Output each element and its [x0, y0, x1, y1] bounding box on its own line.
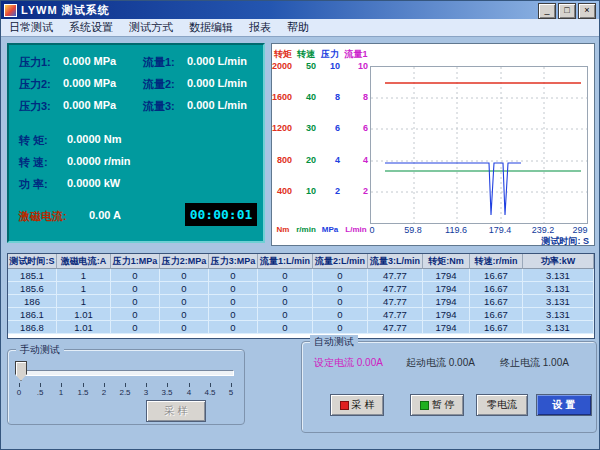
cell: 3.131: [523, 269, 594, 282]
auto-sample-button-label: 采 样: [352, 398, 375, 412]
red-indicator-icon: [340, 401, 349, 410]
table-row[interactable]: 186.11.010000047.77179416.673.131: [8, 308, 594, 321]
col-header-p2[interactable]: 压力2:MPa: [160, 254, 209, 269]
axis-tick: 40: [306, 92, 316, 102]
menu-help[interactable]: 帮助: [279, 19, 317, 36]
cell: 3.131: [523, 282, 594, 295]
flow3-value: 0.000 L/min: [187, 99, 247, 111]
x-tick: 239.2: [532, 225, 555, 235]
auto-sample-button[interactable]: 采 样: [330, 394, 384, 416]
cell: 0: [111, 282, 160, 295]
title-bar[interactable]: LYWM 测试系统 _ □ ×: [1, 1, 599, 19]
torque-axis: 转矩 2000 1600 1200 800 400 Nm: [272, 44, 294, 245]
col-header-excitation[interactable]: 激磁电流:A: [57, 254, 111, 269]
cell: 0: [258, 295, 313, 308]
slider-tick: [146, 383, 147, 387]
cell: 1: [57, 282, 111, 295]
cell: 1.01: [57, 308, 111, 321]
manual-sample-button[interactable]: 采 样: [146, 400, 206, 422]
pressure-axis-unit: MPa: [318, 225, 342, 234]
slider-tick: [104, 383, 105, 387]
menu-daily-test[interactable]: 日常测试: [1, 19, 61, 36]
zero-current-button[interactable]: 零电流: [476, 394, 528, 416]
excitation-current-label: 激磁电流:: [19, 209, 67, 224]
slider-tick: [189, 383, 190, 387]
table-row[interactable]: 185.610000047.77179416.673.131: [8, 282, 594, 295]
slider-tick: [40, 383, 41, 387]
pressure-axis: 压力 10 8 6 4 2 MPa: [318, 44, 342, 245]
axis-tick: 1600: [272, 92, 292, 102]
cell: 0: [313, 282, 368, 295]
col-header-time[interactable]: 测试时间:S: [8, 254, 57, 269]
chart-panel: 转矩 2000 1600 1200 800 400 Nm 转速 50 40 30…: [271, 43, 595, 246]
manual-sample-button-label: 采 样: [165, 404, 188, 418]
col-header-p1[interactable]: 压力1:MPa: [111, 254, 160, 269]
cell: 186.8: [8, 321, 57, 334]
slider-label: 2.5: [119, 388, 130, 397]
torque-label: 转 矩:: [19, 133, 48, 148]
slider-label: 4.5: [204, 388, 215, 397]
menu-data-edit[interactable]: 数据编辑: [181, 19, 241, 36]
axis-tick: 8: [335, 92, 340, 102]
axis-tick: 8: [363, 92, 368, 102]
col-header-torque[interactable]: 转矩:Nm: [423, 254, 470, 269]
torque-axis-unit: Nm: [272, 225, 294, 234]
speed-axis: 转速 50 40 30 20 10 r/min: [294, 44, 318, 245]
flow1-value: 0.000 L/min: [187, 55, 247, 67]
zero-current-button-label: 零电流: [487, 398, 517, 412]
maximize-icon[interactable]: □: [558, 3, 576, 19]
x-tick: 299: [572, 225, 587, 235]
menu-system-settings[interactable]: 系统设置: [61, 19, 121, 36]
x-tick: 119.6: [445, 225, 467, 235]
menu-test-mode[interactable]: 测试方式: [121, 19, 181, 36]
cell: 16.67: [470, 308, 523, 321]
cell: 1794: [423, 321, 470, 334]
end-current-label: 终止电流: [500, 357, 540, 368]
pressure3-value: 0.000 MPa: [63, 99, 116, 111]
cell: 186: [8, 295, 57, 308]
axis-tick: 10: [330, 61, 340, 71]
speed-value: 0.0000 r/min: [67, 155, 131, 167]
col-header-speed[interactable]: 转速:r/min: [470, 254, 523, 269]
cell: 47.77: [368, 321, 423, 334]
app-window: LYWM 测试系统 _ □ × 日常测试 系统设置 测试方式 数据编辑 报表 帮…: [0, 0, 600, 450]
table-header-row: 测试时间:S 激磁电流:A 压力1:MPa 压力2:MPa 压力3:MPa 流量…: [8, 254, 594, 269]
col-header-power[interactable]: 功率:kW: [523, 254, 594, 269]
speed-label: 转 速:: [19, 155, 48, 170]
cell: 0: [111, 308, 160, 321]
menu-report[interactable]: 报表: [241, 19, 279, 36]
current-slider-thumb[interactable]: [15, 361, 27, 381]
cell: 16.67: [470, 321, 523, 334]
col-header-f1[interactable]: 流量1:L/min: [258, 254, 313, 269]
cell: 0: [160, 308, 209, 321]
axis-tick: 10: [306, 186, 316, 196]
table-row[interactable]: 185.110000047.77179416.673.131: [8, 269, 594, 282]
pause-button[interactable]: 暂 停: [410, 394, 464, 416]
axis-tick: 2: [363, 186, 368, 196]
flow2-value: 0.000 L/min: [187, 77, 247, 89]
minimize-icon[interactable]: _: [538, 3, 556, 19]
cell: 1794: [423, 269, 470, 282]
current-slider-track[interactable]: [18, 370, 234, 376]
cell: 0: [258, 308, 313, 321]
chart-svg: [371, 67, 587, 223]
slider-tick: [210, 383, 211, 387]
green-indicator-icon: [420, 401, 429, 410]
axis-tick: 400: [277, 186, 292, 196]
slider-label: 1: [59, 388, 63, 397]
x-tick: 0: [369, 225, 374, 235]
setup-button[interactable]: 设 置: [536, 394, 592, 416]
cell: 0: [209, 282, 258, 295]
data-table: 测试时间:S 激磁电流:A 压力1:MPa 压力2:MPa 压力3:MPa 流量…: [7, 253, 595, 339]
table-row[interactable]: 18610000047.77179416.673.131: [8, 295, 594, 308]
col-header-f2[interactable]: 流量2:L/min: [313, 254, 368, 269]
table-row[interactable]: 186.81.010000047.77179416.673.131: [8, 321, 594, 334]
cell: 3.131: [523, 321, 594, 334]
close-icon[interactable]: ×: [578, 3, 596, 19]
cell: 0: [313, 295, 368, 308]
speed-axis-unit: r/min: [294, 225, 318, 234]
col-header-f3[interactable]: 流量3:L/min: [368, 254, 423, 269]
slider-label: 0: [17, 388, 21, 397]
cell: 0: [160, 321, 209, 334]
col-header-p3[interactable]: 压力3:MPa: [209, 254, 258, 269]
